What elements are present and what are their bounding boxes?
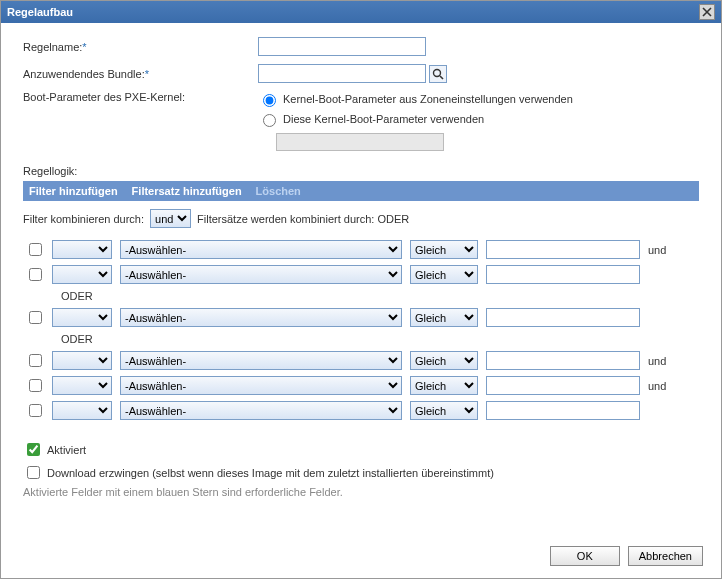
filter-row: -Auswählen- Gleich und (23, 240, 699, 259)
filter-row-checkbox[interactable] (29, 268, 42, 281)
radio-use-zone[interactable]: Kernel-Boot-Parameter aus Zoneneinstellu… (258, 91, 573, 107)
filter-field-a-select[interactable] (52, 401, 112, 420)
bootparam-label: Boot-Parameter des PXE-Kernel: (23, 91, 258, 103)
radio-use-custom-input[interactable] (263, 114, 276, 127)
dialog-title: Regelaufbau (7, 6, 73, 18)
filter-field-a-select[interactable] (52, 308, 112, 327)
required-star: * (82, 41, 86, 53)
radio-use-zone-label: Kernel-Boot-Parameter aus Zoneneinstellu… (283, 93, 573, 105)
set-divider-or: ODER (61, 333, 699, 345)
filter-field-a-select[interactable] (52, 265, 112, 284)
filter-field-a-select[interactable] (52, 376, 112, 395)
filter-row-checkbox[interactable] (29, 311, 42, 324)
filter-field-b-select[interactable]: -Auswählen- (120, 265, 402, 284)
close-icon (702, 7, 712, 17)
combine-select[interactable]: und (150, 209, 191, 228)
filter-op-select[interactable]: Gleich (410, 240, 478, 259)
filter-connector: und (648, 355, 676, 367)
cancel-button[interactable]: Abbrechen (628, 546, 703, 566)
filter-row: -Auswählen- Gleich und (23, 351, 699, 370)
titlebar: Regelaufbau (1, 1, 721, 23)
radio-use-zone-input[interactable] (263, 94, 276, 107)
filter-row: -Auswählen- Gleich und (23, 376, 699, 395)
dialog-content: Regelname:* Anzuwendendes Bundle:* Boot-… (1, 23, 721, 508)
bundle-label: Anzuwendendes Bundle: (23, 68, 145, 80)
filter-op-select[interactable]: Gleich (410, 308, 478, 327)
required-star: * (145, 68, 149, 80)
filter-op-select[interactable]: Gleich (410, 376, 478, 395)
filter-row-checkbox[interactable] (29, 243, 42, 256)
filter-row: -Auswählen- Gleich (23, 308, 699, 327)
radio-use-custom-label: Diese Kernel-Boot-Parameter verwenden (283, 113, 484, 125)
filter-row-checkbox[interactable] (29, 354, 42, 367)
force-download-label: Download erzwingen (selbst wenn dieses I… (47, 467, 494, 479)
filter-op-select[interactable]: Gleich (410, 265, 478, 284)
enabled-checkbox-row[interactable]: Aktiviert (23, 440, 699, 459)
radio-use-custom[interactable]: Diese Kernel-Boot-Parameter verwenden (258, 111, 573, 127)
filter-field-b-select[interactable]: -Auswählen- (120, 308, 402, 327)
logic-heading: Regellogik: (23, 165, 699, 177)
filter-row-checkbox[interactable] (29, 404, 42, 417)
filter-connector: und (648, 244, 676, 256)
filter-op-select[interactable]: Gleich (410, 401, 478, 420)
force-download-row[interactable]: Download erzwingen (selbst wenn dieses I… (23, 463, 699, 482)
filter-row: -Auswählen- Gleich (23, 265, 699, 284)
custom-boot-input (276, 133, 444, 151)
search-icon (432, 68, 444, 80)
filter-row: -Auswählen- Gleich (23, 401, 699, 420)
rulename-input[interactable] (258, 37, 426, 56)
filter-value-input[interactable] (486, 308, 640, 327)
filter-op-select[interactable]: Gleich (410, 351, 478, 370)
bundle-input[interactable] (258, 64, 426, 83)
force-download-checkbox[interactable] (27, 466, 40, 479)
filter-field-a-select[interactable] (52, 240, 112, 259)
bundle-browse-button[interactable] (429, 65, 447, 83)
combine-label: Filter kombinieren durch: (23, 213, 144, 225)
filter-field-b-select[interactable]: -Auswählen- (120, 351, 402, 370)
delete-link: Löschen (256, 185, 301, 197)
svg-point-0 (434, 69, 441, 76)
filter-value-input[interactable] (486, 351, 640, 370)
filter-value-input[interactable] (486, 401, 640, 420)
add-filter-link[interactable]: Filter hinzufügen (29, 185, 118, 197)
set-divider-or: ODER (61, 290, 699, 302)
sets-combine-label: Filtersätze werden kombiniert durch: ODE… (197, 213, 409, 225)
close-button[interactable] (699, 4, 715, 20)
enabled-checkbox[interactable] (27, 443, 40, 456)
filter-connector: und (648, 380, 676, 392)
filter-row-checkbox[interactable] (29, 379, 42, 392)
add-filterset-link[interactable]: Filtersatz hinzufügen (132, 185, 242, 197)
rulename-label: Regelname: (23, 41, 82, 53)
filter-field-a-select[interactable] (52, 351, 112, 370)
rule-dialog: Regelaufbau Regelname:* Anzuwendendes Bu… (0, 0, 722, 579)
filter-field-b-select[interactable]: -Auswählen- (120, 401, 402, 420)
logic-toolbar: Filter hinzufügen Filtersatz hinzufügen … (23, 181, 699, 201)
enabled-label: Aktiviert (47, 444, 86, 456)
required-note: Aktivierte Felder mit einem blauen Stern… (23, 486, 699, 498)
svg-line-1 (440, 76, 443, 79)
filter-field-b-select[interactable]: -Auswählen- (120, 376, 402, 395)
filter-value-input[interactable] (486, 265, 640, 284)
filter-value-input[interactable] (486, 376, 640, 395)
filter-field-b-select[interactable]: -Auswählen- (120, 240, 402, 259)
ok-button[interactable]: OK (550, 546, 620, 566)
filter-value-input[interactable] (486, 240, 640, 259)
